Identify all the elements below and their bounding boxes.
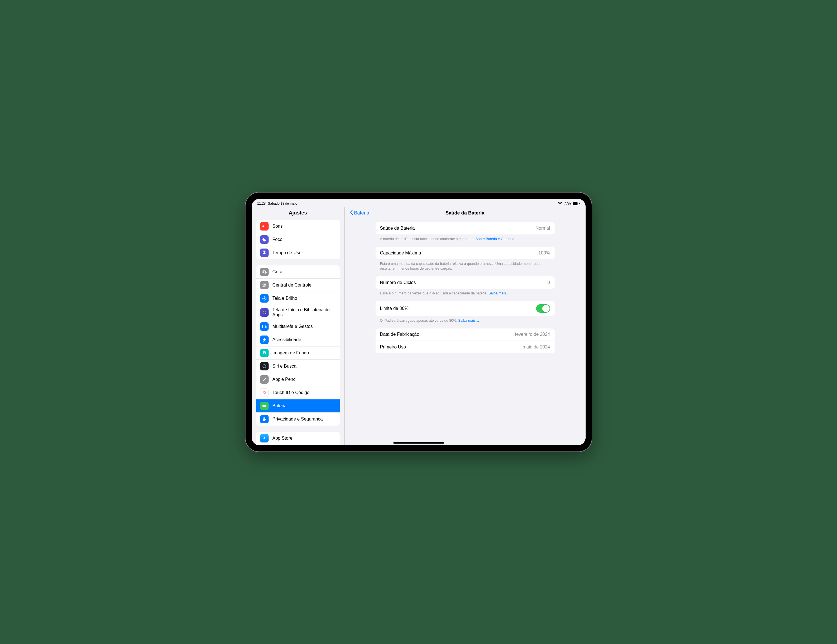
sidebar[interactable]: Ajustes Sons Foco bbox=[252, 207, 345, 445]
svg-point-24 bbox=[263, 365, 266, 368]
sidebar-item-sons[interactable]: Sons bbox=[256, 220, 340, 233]
row-value: maio de 2024 bbox=[523, 344, 550, 350]
svg-point-22 bbox=[264, 338, 265, 339]
link-limit-learn[interactable]: Saiba mais… bbox=[458, 319, 479, 323]
home-indicator[interactable] bbox=[393, 442, 444, 444]
back-button[interactable]: Bateria bbox=[350, 210, 369, 216]
svg-rect-25 bbox=[263, 405, 266, 407]
sidebar-item-label: Multitarefa e Gestos bbox=[272, 324, 313, 329]
sidebar-item-foco[interactable]: Foco bbox=[256, 233, 340, 246]
row-firstuse[interactable]: Primeiro Uso maio de 2024 bbox=[376, 341, 555, 353]
sidebar-item-multitarefa[interactable]: Multitarefa e Gestos bbox=[256, 320, 340, 333]
sidebar-group-general: Geral Central de Controle Tela e Brilho bbox=[256, 265, 340, 426]
svg-line-14 bbox=[263, 300, 263, 300]
status-time: 11:28 bbox=[257, 202, 266, 205]
sidebar-item-geral[interactable]: Geral bbox=[256, 265, 340, 279]
svg-rect-18 bbox=[263, 313, 264, 315]
sidebar-item-tela-inicio[interactable]: Tela de Início e Biblioteca de Apps bbox=[256, 305, 340, 320]
svg-rect-21 bbox=[265, 326, 266, 328]
wifi-icon bbox=[558, 202, 562, 205]
gear-icon bbox=[260, 268, 269, 276]
link-cycles-learn[interactable]: Saiba mais… bbox=[489, 291, 509, 295]
switches-icon bbox=[260, 281, 269, 289]
sidebar-item-label: Geral bbox=[272, 269, 284, 274]
sidebar-item-bateria[interactable]: Bateria bbox=[256, 400, 340, 413]
sidebar-item-pencil[interactable]: Apple Pencil bbox=[256, 373, 340, 386]
battery-icon bbox=[260, 401, 269, 410]
svg-point-23 bbox=[263, 364, 266, 368]
ipad-frame: 11:28 Sábado 18 de maio 77% Ajustes bbox=[246, 193, 592, 451]
fingerprint-icon bbox=[260, 388, 269, 397]
footnote-cycles: Esse é o número de vezes que o iPad usou… bbox=[376, 291, 555, 296]
grid-icon bbox=[260, 308, 269, 317]
sidebar-item-tela-brilho[interactable]: Tela e Brilho bbox=[256, 292, 340, 305]
card-capacity: Capacidade Máxima 100% bbox=[376, 247, 555, 259]
row-value: Normal bbox=[535, 226, 550, 231]
sidebar-item-label: Bateria bbox=[272, 403, 287, 408]
row-label: Data de Fabricação bbox=[380, 332, 420, 337]
sidebar-item-label: Imagem de Fundo bbox=[272, 351, 309, 356]
card-cycles: Número de Ciclos 0 bbox=[376, 276, 555, 289]
svg-point-6 bbox=[265, 286, 266, 287]
svg-rect-26 bbox=[266, 406, 267, 406]
svg-point-7 bbox=[264, 298, 265, 299]
footnote-limit: O iPad será carregado apenas até cerca d… bbox=[376, 318, 555, 323]
row-cycles[interactable]: Número de Ciclos 0 bbox=[376, 276, 555, 289]
link-battery-warranty[interactable]: Sobre Bateria e Garantia… bbox=[476, 237, 518, 241]
svg-rect-19 bbox=[265, 313, 266, 315]
sidebar-group-focus: Sons Foco Tempo de Uso bbox=[256, 220, 340, 259]
sidebar-item-tempo[interactable]: Tempo de Uso bbox=[256, 246, 340, 259]
row-label: Primeiro Uso bbox=[380, 344, 406, 350]
sidebar-item-label: Siri e Busca bbox=[272, 364, 297, 369]
row-health[interactable]: Saúde da Bateria Normal bbox=[376, 222, 555, 234]
siri-icon bbox=[260, 362, 269, 370]
page-title: Saúde da Bateria bbox=[446, 210, 484, 216]
row-capacity[interactable]: Capacidade Máxima 100% bbox=[376, 247, 555, 259]
sidebar-item-label: Acessibilidade bbox=[272, 337, 301, 342]
sidebar-item-wallpaper[interactable]: Imagem de Fundo bbox=[256, 346, 340, 360]
sidebar-item-privacidade[interactable]: Privacidade e Segurança bbox=[256, 413, 340, 426]
sidebar-item-label: Touch ID e Código bbox=[272, 390, 310, 395]
status-bar: 11:28 Sábado 18 de maio 77% bbox=[252, 200, 586, 206]
sidebar-item-label: Tempo de Uso bbox=[272, 250, 302, 255]
toggle-80-limit[interactable] bbox=[536, 304, 550, 313]
sidebar-item-appstore[interactable]: App Store bbox=[256, 432, 340, 445]
svg-rect-1 bbox=[573, 202, 578, 205]
multitask-icon bbox=[260, 322, 269, 331]
sidebar-item-label: Apple Pencil bbox=[272, 377, 297, 382]
status-date: Sábado 18 de maio bbox=[268, 202, 297, 205]
sidebar-item-label: App Store bbox=[272, 436, 292, 441]
row-manufacture[interactable]: Data de Fabricação fevereiro de 2024 bbox=[376, 328, 555, 341]
screen: 11:28 Sábado 18 de maio 77% Ajustes bbox=[252, 199, 586, 445]
brightness-icon bbox=[260, 294, 269, 303]
chevron-left-icon bbox=[350, 210, 354, 216]
content-area: Ajustes Sons Foco bbox=[252, 199, 586, 445]
row-value: fevereiro de 2024 bbox=[515, 332, 550, 337]
row-label: Capacidade Máxima bbox=[380, 251, 421, 256]
sidebar-group-store: App Store Carteira e Apple Pay bbox=[256, 432, 340, 445]
sidebar-item-label: Central de Controle bbox=[272, 283, 312, 288]
card-dates: Data de Fabricação fevereiro de 2024 Pri… bbox=[376, 328, 555, 353]
moon-icon bbox=[260, 235, 269, 244]
hand-icon bbox=[260, 415, 269, 423]
sidebar-item-label: Sons bbox=[272, 224, 283, 229]
main-body: Saúde da Bateria Normal A bateria deste … bbox=[345, 220, 586, 359]
svg-rect-17 bbox=[265, 311, 266, 312]
back-label: Bateria bbox=[354, 210, 369, 216]
sidebar-item-central-controle[interactable]: Central de Controle bbox=[256, 279, 340, 292]
appstore-icon bbox=[260, 434, 269, 442]
row-value: 100% bbox=[538, 251, 550, 256]
footnote-health: A bateria deste iPad está funcionando co… bbox=[376, 237, 555, 242]
sidebar-item-touchid[interactable]: Touch ID e Código bbox=[256, 386, 340, 400]
card-health: Saúde da Bateria Normal bbox=[376, 222, 555, 234]
svg-line-15 bbox=[265, 297, 266, 298]
row-label: Saúde da Bateria bbox=[380, 226, 415, 231]
svg-point-5 bbox=[263, 284, 264, 285]
sidebar-item-siri[interactable]: Siri e Busca bbox=[256, 360, 340, 373]
row-limit: Limite de 80% bbox=[376, 301, 555, 316]
sidebar-item-label: Tela e Brilho bbox=[272, 296, 297, 301]
pencil-icon bbox=[260, 375, 269, 383]
sidebar-item-acessibilidade[interactable]: Acessibilidade bbox=[256, 333, 340, 346]
svg-line-12 bbox=[263, 297, 263, 298]
wallpaper-icon bbox=[260, 349, 269, 357]
